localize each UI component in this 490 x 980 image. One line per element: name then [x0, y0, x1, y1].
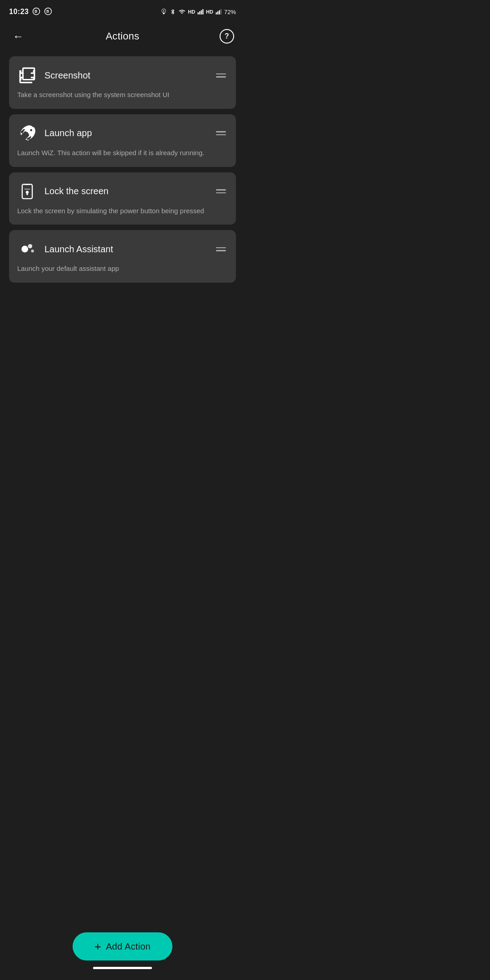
status-bar: 10:23 B B HD HD 72%	[0, 0, 245, 22]
drag-handle-launch-assistant[interactable]	[214, 245, 228, 253]
back-arrow-icon: ←	[13, 30, 24, 43]
svg-rect-8	[216, 12, 217, 15]
alarm-icon	[160, 8, 167, 15]
back-button[interactable]: ←	[9, 27, 27, 45]
action-description-lock-screen: Lock the screen by simulating the power …	[17, 206, 228, 216]
page-title: Actions	[106, 30, 139, 42]
hd-label-1: HD	[188, 9, 195, 15]
action-card-left-screenshot: Screenshot	[17, 65, 90, 85]
signal-icon	[197, 9, 204, 15]
status-left: 10:23 B B	[9, 7, 52, 17]
action-card-left-launch-assistant: Launch Assistant	[17, 239, 113, 259]
action-card-launch-assistant[interactable]: Launch Assistant Launch your default ass…	[9, 230, 236, 283]
top-bar: ← Actions ?	[0, 22, 245, 51]
status-icon-b2: B	[44, 7, 52, 17]
svg-rect-23	[26, 193, 28, 195]
svg-text:B: B	[35, 10, 38, 14]
svg-rect-6	[201, 10, 202, 15]
svg-point-27	[31, 250, 34, 252]
lock-screen-icon	[17, 181, 37, 201]
action-card-screenshot[interactable]: Screenshot Take a screenshot using the s…	[9, 56, 236, 109]
action-card-header-screenshot: Screenshot	[17, 65, 228, 85]
action-title-launch-assistant: Launch Assistant	[44, 244, 113, 255]
status-right: HD HD 72%	[160, 8, 236, 15]
svg-rect-11	[220, 9, 221, 15]
action-title-lock-screen: Lock the screen	[44, 186, 108, 196]
svg-rect-21	[24, 184, 30, 185]
hd-label-2: HD	[206, 9, 213, 15]
drag-handle-screenshot[interactable]	[214, 72, 228, 79]
action-title-launch-app: Launch app	[44, 128, 92, 138]
bluetooth-icon	[170, 8, 176, 15]
actions-list: Screenshot Take a screenshot using the s…	[0, 51, 245, 288]
svg-rect-5	[199, 11, 200, 15]
action-card-lock-screen[interactable]: Lock the screen Lock the screen by simul…	[9, 172, 236, 225]
svg-rect-7	[202, 9, 203, 15]
svg-point-26	[28, 244, 33, 249]
action-description-launch-assistant: Launch your default assistant app	[17, 264, 228, 274]
action-card-launch-app[interactable]: Launch app Launch WiZ. This action will …	[9, 114, 236, 167]
assistant-icon	[17, 239, 37, 259]
help-circle-icon: ?	[220, 29, 234, 44]
wifi-icon	[178, 9, 186, 15]
svg-rect-24	[24, 188, 30, 189]
svg-point-25	[21, 246, 28, 253]
action-card-header-lock-screen: Lock the screen	[17, 181, 228, 201]
action-card-left-launch-app: Launch app	[17, 123, 92, 143]
action-card-left-lock-screen: Lock the screen	[17, 181, 108, 201]
status-icon-b1: B	[32, 7, 40, 17]
svg-rect-10	[219, 10, 220, 15]
signal-icon-2	[216, 9, 222, 15]
action-description-screenshot: Take a screenshot using the system scree…	[17, 90, 228, 100]
svg-text:B: B	[47, 10, 49, 14]
action-title-screenshot: Screenshot	[44, 70, 90, 81]
action-description-launch-app: Launch WiZ. This action will be skipped …	[17, 148, 228, 158]
battery-label: 72%	[224, 9, 236, 15]
svg-rect-9	[217, 11, 218, 15]
help-button[interactable]: ?	[218, 27, 236, 45]
drag-handle-launch-app[interactable]	[214, 129, 228, 137]
svg-rect-4	[198, 12, 199, 15]
action-card-header-launch-app: Launch app	[17, 123, 228, 143]
screenshot-icon	[17, 65, 37, 85]
action-card-header-launch-assistant: Launch Assistant	[17, 239, 228, 259]
status-time: 10:23	[9, 8, 29, 16]
drag-handle-lock-screen[interactable]	[214, 187, 228, 195]
launch-app-icon	[17, 123, 37, 143]
